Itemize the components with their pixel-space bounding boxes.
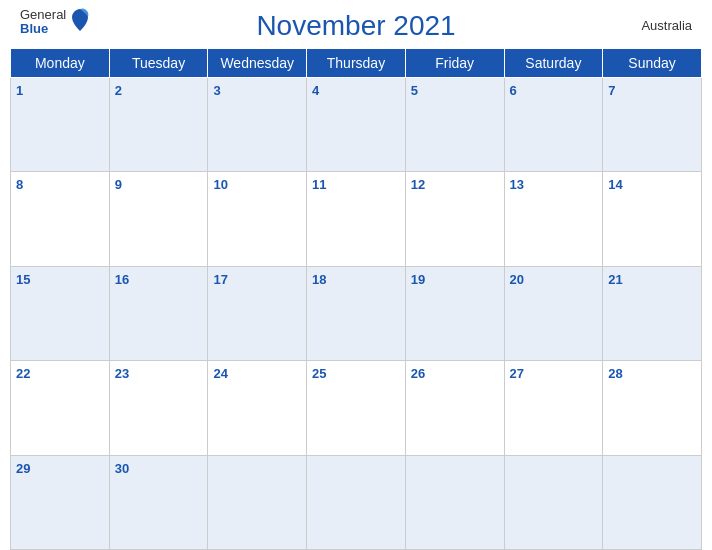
day-cell: 18 (307, 266, 406, 360)
logo: General Blue (20, 8, 90, 37)
day-cell: 12 (405, 172, 504, 266)
empty-day-cell (603, 455, 702, 549)
weekday-header-wednesday: Wednesday (208, 49, 307, 78)
day-number: 2 (115, 83, 122, 98)
day-cell: 22 (11, 361, 110, 455)
day-cell: 13 (504, 172, 603, 266)
weekday-header-tuesday: Tuesday (109, 49, 208, 78)
days-of-week-row: MondayTuesdayWednesdayThursdayFridaySatu… (11, 49, 702, 78)
day-cell: 28 (603, 361, 702, 455)
day-number: 6 (510, 83, 517, 98)
weekday-header-friday: Friday (405, 49, 504, 78)
day-number: 14 (608, 177, 622, 192)
day-number: 15 (16, 272, 30, 287)
empty-day-cell (504, 455, 603, 549)
day-cell: 9 (109, 172, 208, 266)
day-number: 11 (312, 177, 326, 192)
day-number: 21 (608, 272, 622, 287)
day-number: 18 (312, 272, 326, 287)
calendar-week-row: 15161718192021 (11, 266, 702, 360)
day-cell: 23 (109, 361, 208, 455)
day-number: 23 (115, 366, 129, 381)
day-number: 26 (411, 366, 425, 381)
day-cell: 20 (504, 266, 603, 360)
weekday-header-sunday: Sunday (603, 49, 702, 78)
day-cell: 17 (208, 266, 307, 360)
day-cell: 2 (109, 78, 208, 172)
calendar-week-row: 1234567 (11, 78, 702, 172)
weekday-header-saturday: Saturday (504, 49, 603, 78)
day-number: 28 (608, 366, 622, 381)
day-number: 19 (411, 272, 425, 287)
day-cell: 29 (11, 455, 110, 549)
calendar-week-row: 2930 (11, 455, 702, 549)
day-number: 8 (16, 177, 23, 192)
day-cell: 8 (11, 172, 110, 266)
day-number: 17 (213, 272, 227, 287)
day-cell: 26 (405, 361, 504, 455)
calendar-table: MondayTuesdayWednesdayThursdayFridaySatu… (10, 48, 702, 550)
day-cell: 16 (109, 266, 208, 360)
day-cell: 4 (307, 78, 406, 172)
day-cell: 11 (307, 172, 406, 266)
day-cell: 1 (11, 78, 110, 172)
day-cell: 3 (208, 78, 307, 172)
empty-day-cell (405, 455, 504, 549)
day-cell: 10 (208, 172, 307, 266)
day-cell: 7 (603, 78, 702, 172)
empty-day-cell (307, 455, 406, 549)
day-number: 20 (510, 272, 524, 287)
day-cell: 25 (307, 361, 406, 455)
day-number: 29 (16, 461, 30, 476)
month-title: November 2021 (256, 10, 455, 42)
day-cell: 15 (11, 266, 110, 360)
day-number: 12 (411, 177, 425, 192)
day-number: 13 (510, 177, 524, 192)
day-number: 10 (213, 177, 227, 192)
bird-icon (70, 7, 90, 33)
weekday-header-monday: Monday (11, 49, 110, 78)
day-number: 4 (312, 83, 319, 98)
calendar-week-row: 22232425262728 (11, 361, 702, 455)
calendar-week-row: 891011121314 (11, 172, 702, 266)
day-cell: 14 (603, 172, 702, 266)
day-number: 5 (411, 83, 418, 98)
empty-day-cell (208, 455, 307, 549)
day-cell: 6 (504, 78, 603, 172)
day-number: 9 (115, 177, 122, 192)
day-number: 30 (115, 461, 129, 476)
country-label: Australia (641, 18, 692, 33)
day-number: 24 (213, 366, 227, 381)
day-number: 25 (312, 366, 326, 381)
day-cell: 30 (109, 455, 208, 549)
day-cell: 19 (405, 266, 504, 360)
day-number: 16 (115, 272, 129, 287)
day-cell: 27 (504, 361, 603, 455)
calendar-header: General Blue November 2021 Australia (0, 0, 712, 48)
day-cell: 24 (208, 361, 307, 455)
day-number: 22 (16, 366, 30, 381)
day-cell: 21 (603, 266, 702, 360)
day-cell: 5 (405, 78, 504, 172)
logo-general-text: General (20, 8, 66, 22)
day-number: 1 (16, 83, 23, 98)
day-number: 27 (510, 366, 524, 381)
day-number: 3 (213, 83, 220, 98)
logo-blue-text: Blue (20, 22, 66, 36)
weekday-header-thursday: Thursday (307, 49, 406, 78)
day-number: 7 (608, 83, 615, 98)
